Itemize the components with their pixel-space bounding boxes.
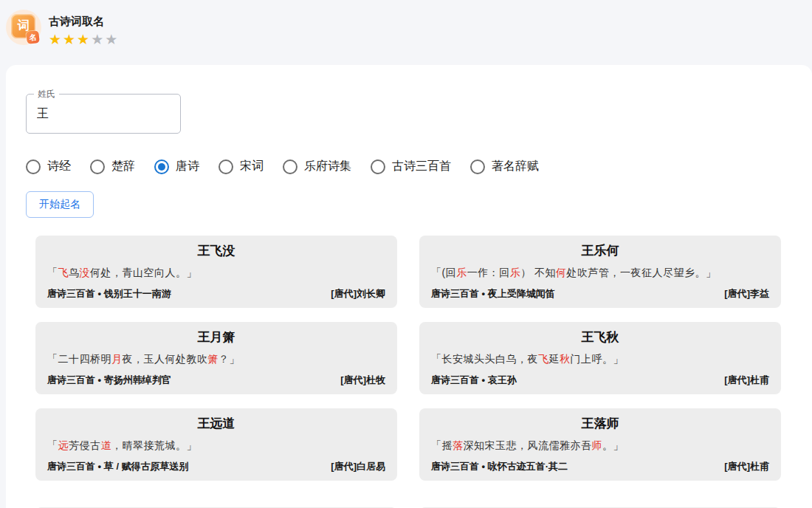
highlighted-char: 乐 [510,267,521,278]
highlighted-char: 飞 [58,267,69,278]
page-title: 古诗词取名 [49,15,119,29]
star-icon[interactable]: ★ [105,32,119,47]
source-radio-label: 诗经 [47,159,71,174]
start-naming-button[interactable]: 开始起名 [26,191,94,218]
poem-quote: 「(回乐一作：回乐） 不知何处吹芦管，一夜征人尽望乡。」 [431,267,769,280]
source-radio-6[interactable]: 著名辞赋 [470,159,539,174]
poem-author: [唐代]李益 [724,287,769,301]
radio-button-icon [154,159,169,174]
radio-button-icon [283,159,297,174]
radio-button-icon [219,159,233,174]
highlighted-char: 落 [453,439,464,451]
quote-text: 延 [549,353,560,365]
highlighted-char: 秋 [560,353,571,365]
quote-text: 深知宋玉悲，风流儒雅亦吾 [464,439,592,451]
star-icon[interactable]: ★ [63,32,77,47]
card-footer: 唐诗三百首 • 夜上受降城闻笛 [唐代]李益 [431,287,769,301]
result-card: 王月箫 「二十四桥明月夜，玉人何处教吹箫？」 唐诗三百首 • 寄扬州韩绰判官 [… [35,322,397,394]
poem-source: 唐诗三百首 • 夜上受降城闻笛 [431,287,555,301]
highlighted-char: 道 [101,439,112,451]
radio-button-icon [371,159,385,174]
quote-text: 。」 [602,439,624,451]
poem-author: [唐代]杜牧 [340,374,385,387]
source-radio-3[interactable]: 宋词 [219,159,264,174]
highlighted-char: 月 [111,353,123,365]
source-radio-0[interactable]: 诗经 [26,159,71,174]
generated-name: 王月箫 [47,329,385,346]
source-radio-2[interactable]: 唐诗 [154,159,199,174]
poem-author: [唐代]刘长卿 [331,287,385,301]
app-logo-icon: 词 名 [6,10,41,45]
source-radio-label: 乐府诗集 [304,159,351,174]
quote-text: ，晴翠接荒城。」 [111,439,197,451]
source-radio-label: 宋词 [240,159,264,174]
poem-source: 唐诗三百首 • 饯别王十一南游 [47,287,171,301]
poem-quote: 「飞鸟没何处，青山空向人。」 [47,267,385,280]
source-radio-label: 著名辞赋 [492,159,539,174]
highlighted-char: 箫 [208,353,219,365]
generated-name: 王远道 [47,415,385,432]
star-icon[interactable]: ★ [77,32,91,47]
generated-name: 王乐何 [431,242,769,259]
source-radio-label: 古诗三百首 [392,159,451,174]
results-grid: 王飞没 「飞鸟没何处，青山空向人。」 唐诗三百首 • 饯别王十一南游 [唐代]刘… [35,236,781,481]
card-footer: 唐诗三百首 • 饯别王十一南游 [唐代]刘长卿 [47,287,385,301]
poem-quote: 「远芳侵古道，晴翠接荒城。」 [47,439,385,453]
surname-input[interactable] [27,95,180,133]
poem-author: [唐代]杜甫 [724,460,769,473]
radio-button-icon [26,159,41,174]
quote-text: 处吹芦管，一夜征人尽望乡。」 [567,267,717,278]
quote-text: 门上呼。」 [571,353,625,365]
star-icon[interactable]: ★ [91,32,105,47]
highlighted-char: 没 [80,267,91,278]
card-footer: 唐诗三百首 • 寄扬州韩绰判官 [唐代]杜牧 [47,374,385,387]
quote-text: ） 不知 [520,267,556,278]
poem-source: 唐诗三百首 • 草 / 赋得古原草送别 [47,460,189,473]
quote-text: 「 [47,267,58,278]
poem-quote: 「长安城头头白乌，夜飞延秋门上呼。」 [431,353,769,366]
star-icon[interactable]: ★ [49,32,63,47]
poem-quote: 「摇落深知宋玉悲，风流儒雅亦吾师。」 [431,439,769,453]
source-radio-5[interactable]: 古诗三百首 [371,159,451,174]
result-card: 王落师 「摇落深知宋玉悲，风流儒雅亦吾师。」 唐诗三百首 • 咏怀古迹五首·其二… [419,408,781,481]
source-radio-label: 唐诗 [176,159,199,174]
result-card: 王飞秋 「长安城头头白乌，夜飞延秋门上呼。」 唐诗三百首 • 哀王孙 [唐代]杜… [419,322,781,394]
quote-text: 「 [47,439,58,451]
result-card: 王飞没 「飞鸟没何处，青山空向人。」 唐诗三百首 • 饯别王十一南游 [唐代]刘… [35,236,397,308]
source-radio-1[interactable]: 楚辞 [90,159,135,174]
source-radio-4[interactable]: 乐府诗集 [283,159,351,174]
highlighted-char: 远 [58,439,69,451]
quote-text: 夜，玉人何处教吹 [123,353,208,365]
poem-source: 唐诗三百首 • 哀王孙 [431,374,517,387]
poem-source: 唐诗三百首 • 寄扬州韩绰判官 [47,374,171,387]
result-card: 王乐何 「(回乐一作：回乐） 不知何处吹芦管，一夜征人尽望乡。」 唐诗三百首 •… [419,236,781,308]
radio-button-icon [470,159,485,174]
highlighted-char: 师 [592,439,603,451]
highlighted-char: 乐 [456,267,467,278]
generated-name: 王飞秋 [431,329,769,346]
quote-text: 「二十四桥明 [47,353,111,365]
source-radio-label: 楚辞 [111,159,135,174]
app-logo-badge-glyph: 名 [26,30,40,44]
poem-quote: 「二十四桥明月夜，玉人何处教吹箫？」 [47,353,385,366]
quote-text: 何处，青山空向人。」 [90,267,197,278]
quote-text: ？」 [219,353,240,365]
result-card: 王远道 「远芳侵古道，晴翠接荒城。」 唐诗三百首 • 草 / 赋得古原草送别 [… [35,408,397,481]
quote-text: 鸟 [69,267,80,278]
rating-stars[interactable]: ★★★★★ [49,32,119,47]
radio-button-icon [90,159,105,174]
generated-name: 王飞没 [47,242,385,259]
poem-author: [唐代]白居易 [331,460,385,473]
highlighted-char: 何 [556,267,567,278]
generated-name: 王落师 [431,415,769,432]
quote-text: 一作：回 [467,267,510,278]
quote-text: 「长安城头头白乌，夜 [431,353,538,365]
quote-text: 「(回 [431,267,456,278]
main-panel: 姓氏 诗经 楚辞 唐诗 宋词 乐府诗集 古诗三百首 著名辞赋 开始起名 王飞没 … [6,65,812,508]
surname-field[interactable]: 姓氏 [26,94,181,134]
highlighted-char: 飞 [538,353,549,365]
card-footer: 唐诗三百首 • 草 / 赋得古原草送别 [唐代]白居易 [47,460,385,473]
card-footer: 唐诗三百首 • 咏怀古迹五首·其二 [唐代]杜甫 [431,460,769,473]
poem-author: [唐代]杜甫 [724,374,769,387]
surname-field-label: 姓氏 [34,89,59,99]
